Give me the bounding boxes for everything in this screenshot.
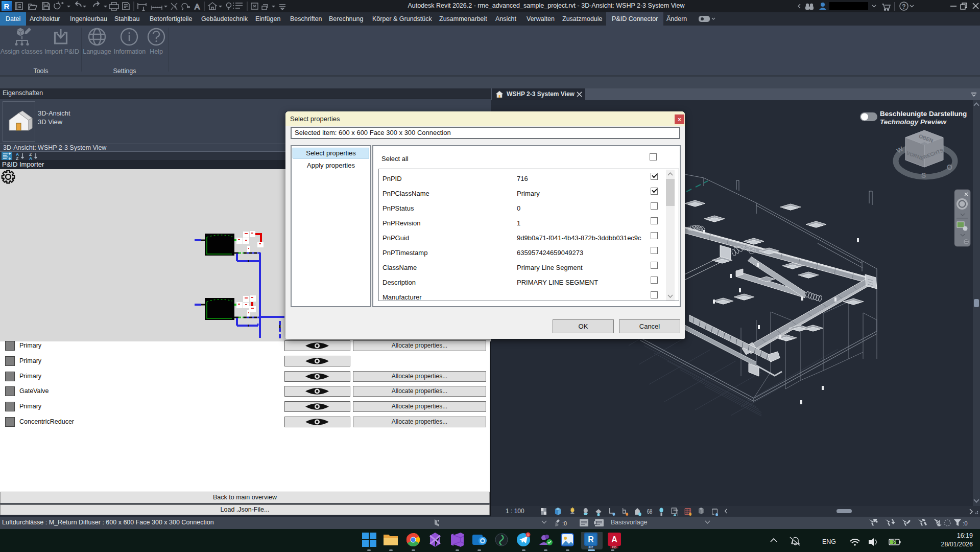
svg-text:68: 68 — [647, 508, 653, 515]
svg-text:ENG: ENG — [822, 538, 836, 545]
svg-text:S: S — [921, 171, 926, 179]
svg-text:1: 1 — [527, 533, 529, 537]
svg-text::0: :0 — [963, 520, 968, 526]
svg-text:O: O — [947, 163, 952, 171]
svg-text::0: :0 — [562, 520, 567, 526]
svg-text:R: R — [4, 2, 10, 11]
svg-text:R: R — [588, 535, 594, 544]
svg-text:RVT: RVT — [589, 546, 593, 549]
svg-text:P3D: P3D — [612, 546, 617, 549]
svg-text:Beschleunigte Darstellung: Beschleunigte Darstellung — [880, 110, 967, 118]
svg-text:Technology Preview: Technology Preview — [880, 118, 947, 126]
svg-text:?: ? — [902, 3, 905, 10]
svg-text:A: A — [611, 535, 617, 544]
